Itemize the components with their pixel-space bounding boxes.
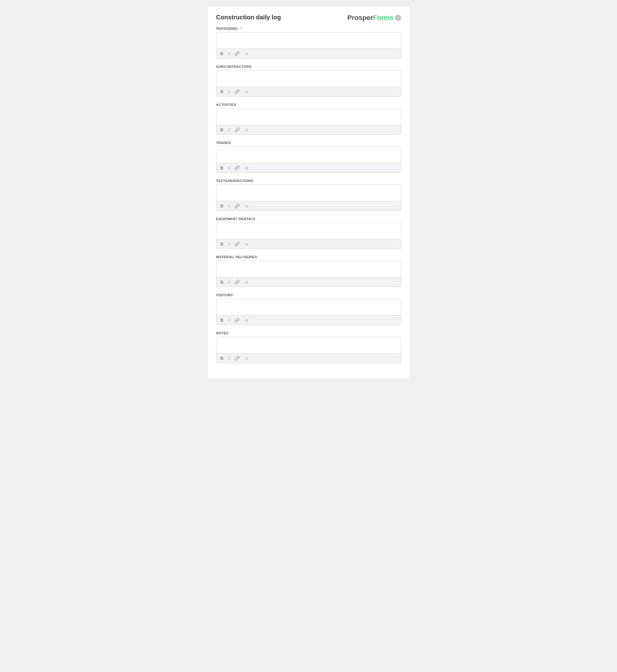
bold-button-visitors[interactable]: B: [220, 317, 224, 323]
bold-button-notes[interactable]: B: [220, 355, 224, 361]
editor-content-equipment_rentals[interactable]: [217, 223, 401, 238]
field-section-material_deliveries: MATERIAL DELIVERIESBI☺: [216, 255, 401, 287]
close-button[interactable]: ×: [395, 15, 401, 21]
field-section-equipment_rentals: EQUIPMENT RENTALSBI☺: [216, 217, 401, 249]
bold-button-activities[interactable]: B: [220, 127, 224, 133]
field-label-subcontractors: SUBCONTRACTORS: [216, 65, 401, 68]
editor-toolbar-activities: BI☺: [217, 125, 401, 134]
editor-wrapper-subcontractors: BI☺: [216, 70, 401, 97]
link-button-trades[interactable]: [234, 165, 240, 171]
field-label-tests_inspections: TESTS/INSPECTIONS: [216, 179, 401, 183]
emoji-button-equipment_rentals[interactable]: ☺: [243, 241, 250, 247]
emoji-button-trades[interactable]: ☺: [243, 164, 250, 171]
field-label-notes: NOTES: [216, 331, 401, 335]
editor-toolbar-personnel: BI☺: [217, 48, 401, 58]
field-section-personnel: PERSONNEL *BI☺: [216, 27, 401, 59]
form-title: Construction daily log: [216, 14, 281, 21]
field-section-notes: NOTESBI☺: [216, 331, 401, 363]
editor-content-tests_inspections[interactable]: [217, 185, 401, 200]
link-button-visitors[interactable]: [234, 317, 240, 323]
editor-toolbar-equipment_rentals: BI☺: [217, 239, 401, 249]
bold-button-material_deliveries[interactable]: B: [220, 279, 224, 285]
italic-button-notes[interactable]: I: [228, 355, 231, 361]
italic-button-personnel[interactable]: I: [228, 51, 231, 57]
bold-button-subcontractors[interactable]: B: [220, 89, 224, 95]
emoji-button-material_deliveries[interactable]: ☺: [243, 279, 250, 285]
bold-button-trades[interactable]: B: [220, 165, 224, 171]
form-header: Construction daily log ProsperForms ×: [216, 14, 401, 22]
emoji-button-visitors[interactable]: ☺: [243, 317, 250, 323]
emoji-button-subcontractors[interactable]: ☺: [243, 88, 250, 95]
italic-button-subcontractors[interactable]: I: [228, 89, 231, 95]
editor-toolbar-subcontractors: BI☺: [217, 86, 401, 96]
field-section-visitors: VISITORSBI☺: [216, 293, 401, 325]
editor-wrapper-material_deliveries: BI☺: [216, 261, 401, 287]
field-label-equipment_rentals: EQUIPMENT RENTALS: [216, 217, 401, 221]
link-button-personnel[interactable]: [234, 51, 240, 57]
editor-content-notes[interactable]: [217, 337, 401, 352]
italic-button-activities[interactable]: I: [228, 127, 231, 133]
editor-wrapper-activities: BI☺: [216, 108, 401, 135]
field-label-personnel: PERSONNEL *: [216, 27, 401, 30]
field-section-activities: ACTIVITIESBI☺: [216, 103, 401, 135]
editor-toolbar-visitors: BI☺: [217, 315, 401, 325]
editor-content-trades[interactable]: [217, 147, 401, 161]
editor-wrapper-trades: BI☺: [216, 146, 401, 173]
italic-button-tests_inspections[interactable]: I: [228, 203, 231, 209]
editor-toolbar-tests_inspections: BI☺: [217, 201, 401, 211]
field-label-activities: ACTIVITIES: [216, 103, 401, 106]
editor-content-visitors[interactable]: [217, 299, 401, 314]
link-button-notes[interactable]: [234, 355, 240, 361]
link-button-material_deliveries[interactable]: [234, 279, 240, 285]
editor-toolbar-trades: BI☺: [217, 163, 401, 173]
editor-wrapper-equipment_rentals: BI☺: [216, 223, 401, 249]
brand-forms: Forms: [373, 14, 393, 22]
bold-button-personnel[interactable]: B: [220, 51, 224, 57]
editor-wrapper-visitors: BI☺: [216, 299, 401, 325]
editor-content-activities[interactable]: [217, 109, 401, 123]
bold-button-equipment_rentals[interactable]: B: [220, 241, 224, 247]
editor-toolbar-notes: BI☺: [217, 353, 401, 363]
editor-wrapper-personnel: BI☺: [216, 32, 401, 59]
brand-prosper: Prosper: [347, 14, 373, 22]
emoji-button-activities[interactable]: ☺: [243, 126, 250, 133]
field-section-trades: TRADESBI☺: [216, 141, 401, 173]
link-button-subcontractors[interactable]: [234, 89, 240, 95]
link-button-equipment_rentals[interactable]: [234, 241, 240, 247]
field-section-subcontractors: SUBCONTRACTORSBI☺: [216, 65, 401, 97]
editor-content-material_deliveries[interactable]: [217, 261, 401, 276]
fields-container: PERSONNEL *BI☺SUBCONTRACTORSBI☺ACTIVITIE…: [216, 27, 401, 363]
italic-button-trades[interactable]: I: [228, 165, 231, 171]
field-section-tests_inspections: TESTS/INSPECTIONSBI☺: [216, 179, 401, 211]
italic-button-visitors[interactable]: I: [228, 317, 231, 323]
emoji-button-tests_inspections[interactable]: ☺: [243, 203, 250, 209]
italic-button-material_deliveries[interactable]: I: [228, 279, 231, 285]
editor-content-subcontractors[interactable]: [217, 71, 401, 85]
bold-button-tests_inspections[interactable]: B: [220, 203, 224, 209]
field-label-material_deliveries: MATERIAL DELIVERIES: [216, 255, 401, 259]
brand-logo: ProsperForms: [347, 14, 393, 22]
emoji-button-personnel[interactable]: ☺: [243, 50, 250, 57]
editor-wrapper-tests_inspections: BI☺: [216, 185, 401, 211]
field-label-trades: TRADES: [216, 141, 401, 144]
link-button-tests_inspections[interactable]: [234, 203, 240, 209]
field-label-visitors: VISITORS: [216, 293, 401, 297]
editor-content-personnel[interactable]: [217, 33, 401, 47]
link-button-activities[interactable]: [234, 127, 240, 133]
brand-area: ProsperForms ×: [347, 14, 401, 22]
emoji-button-notes[interactable]: ☺: [243, 355, 250, 361]
italic-button-equipment_rentals[interactable]: I: [228, 241, 231, 247]
form-container: Construction daily log ProsperForms × PE…: [207, 6, 410, 379]
required-star: *: [239, 27, 242, 30]
editor-toolbar-material_deliveries: BI☺: [217, 277, 401, 287]
editor-wrapper-notes: BI☺: [216, 337, 401, 363]
